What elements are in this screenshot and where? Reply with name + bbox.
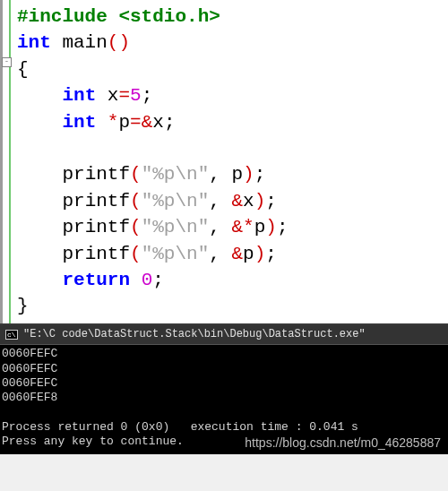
number: 0: [142, 270, 153, 290]
status-line: Process returned 0 (0x0) execution time …: [2, 420, 358, 434]
fn-name: main: [51, 32, 108, 53]
semi: ;: [142, 85, 153, 106]
code-line: int *p=&x;: [4, 109, 446, 135]
semi: ;: [164, 112, 176, 133]
var: p: [118, 112, 130, 133]
fold-icon[interactable]: -: [2, 57, 12, 67]
var: x: [152, 112, 164, 133]
code-line: printf("%p\n", &*p);: [4, 214, 446, 240]
keyword: int: [17, 32, 51, 53]
operator: *: [108, 112, 119, 133]
keyword: int: [62, 85, 96, 106]
preprocessor: #include <stdio.h>: [17, 6, 220, 27]
code-line: int main(): [4, 30, 446, 56]
change-marker: [9, 0, 11, 323]
keyword: return: [62, 270, 130, 290]
console-title-text: "E:\C code\DataStruct.Stack\bin\Debug\Da…: [23, 328, 366, 342]
output-line: 0060FEF8: [2, 391, 57, 404]
code-line: return 0;: [4, 267, 446, 293]
code-line: #include <stdio.h>: [4, 4, 446, 30]
close-brace: }: [17, 296, 29, 316]
output-line: 0060FEFC: [2, 347, 57, 360]
number: 5: [130, 85, 142, 106]
fn-call: printf: [62, 164, 130, 185]
code-line: printf("%p\n", p);: [4, 161, 446, 187]
code-line: int x=5;: [4, 82, 446, 108]
code-line: printf("%p\n", &x);: [4, 188, 446, 214]
cmd-icon: c\: [5, 330, 18, 340]
operator: =&: [130, 112, 152, 133]
paren: (): [108, 32, 130, 53]
operator: =: [118, 85, 130, 106]
code-line: {: [4, 56, 446, 82]
string: "%p\n": [142, 164, 210, 185]
output-line: 0060FEFC: [2, 362, 57, 375]
keyword: int: [62, 112, 96, 133]
console-titlebar: c\ "E:\C code\DataStruct.Stack\bin\Debug…: [0, 325, 448, 346]
console-window: c\ "E:\C code\DataStruct.Stack\bin\Debug…: [0, 323, 448, 454]
blank-line: [4, 135, 446, 161]
code-line: }: [4, 293, 446, 319]
var: x: [96, 85, 118, 106]
code-editor: - #include <stdio.h> int main() { int x=…: [0, 0, 448, 323]
code-line: printf("%p\n", &p);: [4, 241, 446, 267]
prompt-line: Press any key to continue.: [2, 435, 184, 448]
output-line: 0060FEFC: [2, 376, 57, 390]
open-brace: {: [17, 59, 29, 80]
watermark-text: https://blog.csdn.net/m0_46285887: [245, 435, 441, 451]
